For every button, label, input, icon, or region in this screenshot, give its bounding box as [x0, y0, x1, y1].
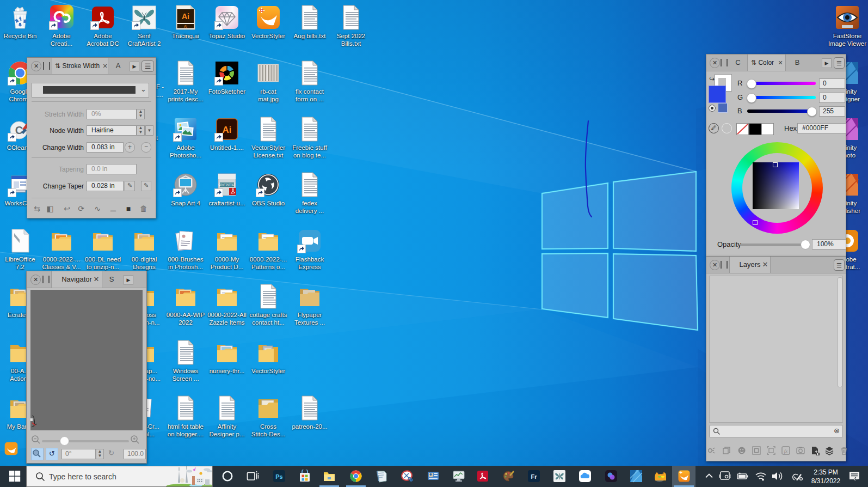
svg-text:CRAFTARTIST: CRAFTARTIST [218, 184, 235, 186]
svg-text:Ps: Ps [275, 473, 282, 480]
svg-text:Fr: Fr [531, 473, 538, 480]
svg-text:Ai: Ai [182, 12, 189, 21]
svg-text:Ai: Ai [223, 125, 232, 135]
svg-text:fx: fx [784, 448, 788, 454]
svg-text:AI: AI [184, 25, 187, 28]
